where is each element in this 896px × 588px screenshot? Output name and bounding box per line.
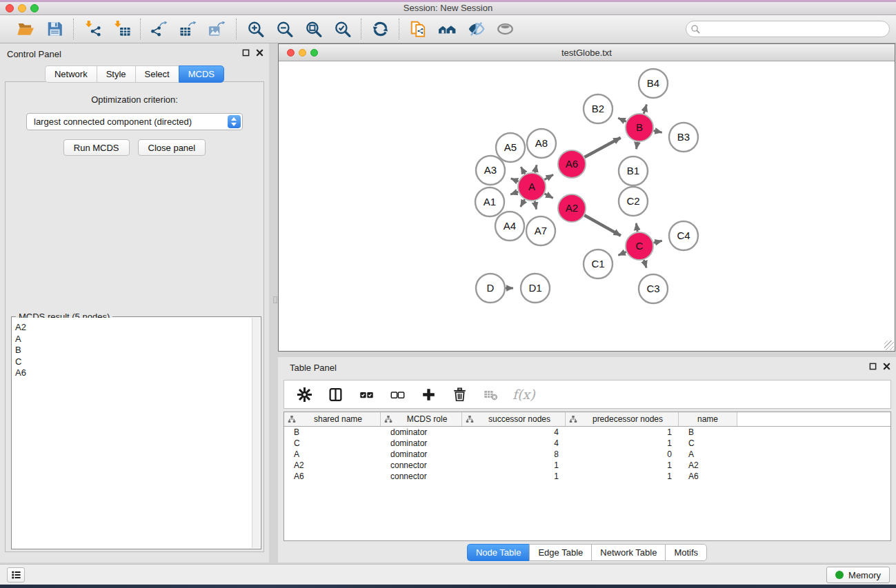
zoom-out-button[interactable] xyxy=(274,19,295,39)
close-panel-button[interactable]: Close panel xyxy=(138,139,206,156)
edge-A2-C[interactable] xyxy=(584,215,621,236)
table-row[interactable]: Adominator80A xyxy=(284,449,890,460)
node-A4[interactable]: A4 xyxy=(495,212,524,241)
table-panel-float-button[interactable] xyxy=(869,363,877,370)
edge-B-B4[interactable] xyxy=(644,105,646,114)
tab-network[interactable]: Network xyxy=(45,65,97,83)
node-A6[interactable]: A6 xyxy=(558,150,586,178)
node-A5[interactable]: A5 xyxy=(496,133,525,162)
node-A[interactable]: A xyxy=(518,173,546,201)
mcds-result-item[interactable]: A6 xyxy=(12,367,252,379)
edge-A-A7[interactable] xyxy=(535,201,536,210)
zoom-in-button[interactable] xyxy=(245,19,266,39)
table-row[interactable]: A6connector11A6 xyxy=(284,471,890,482)
edge-C-C2[interactable] xyxy=(636,223,637,232)
edge-B-B3[interactable] xyxy=(654,130,662,132)
edge-C-C1[interactable] xyxy=(618,252,626,255)
node-B1[interactable]: B1 xyxy=(619,156,648,185)
edge-B-B1[interactable] xyxy=(637,142,638,150)
tab-style[interactable]: Style xyxy=(97,65,135,83)
delete-button[interactable] xyxy=(450,385,468,403)
node-C[interactable]: C xyxy=(626,232,653,260)
mcds-result-item[interactable]: A xyxy=(12,334,252,345)
node-B[interactable]: B xyxy=(626,114,653,141)
mcds-result-item[interactable]: B xyxy=(12,345,252,356)
run-mcds-button[interactable]: Run MCDS xyxy=(63,139,130,156)
session-search-input[interactable] xyxy=(686,21,890,37)
tab-motifs[interactable]: Motifs xyxy=(665,544,707,561)
edge-C-C3[interactable] xyxy=(644,260,646,268)
clone-network-button[interactable] xyxy=(408,19,428,39)
tab-mcds[interactable]: MCDS xyxy=(179,65,224,83)
tab-network-table[interactable]: Network Table xyxy=(591,544,665,561)
mcds-result-item[interactable]: C xyxy=(12,356,252,368)
table-panel-close-button[interactable] xyxy=(883,363,890,370)
table-settings-button[interactable] xyxy=(295,385,313,403)
column-header-predecessor-nodes[interactable]: predecessor nodes xyxy=(566,412,679,426)
node-C2[interactable]: C2 xyxy=(619,187,648,216)
node-B2[interactable]: B2 xyxy=(584,94,613,123)
show-panels-button[interactable] xyxy=(7,567,25,582)
edge-A-A8[interactable] xyxy=(535,165,537,172)
deselect-all-button[interactable] xyxy=(388,385,406,403)
tab-node-table[interactable]: Node Table xyxy=(467,544,530,561)
save-session-button[interactable] xyxy=(44,19,65,39)
memory-button[interactable]: Memory xyxy=(826,567,890,583)
edge-A-A6[interactable] xyxy=(544,174,553,179)
node-C1[interactable]: C1 xyxy=(584,250,613,278)
export-image-icon xyxy=(208,20,227,38)
tab-edge-table[interactable]: Edge Table xyxy=(529,544,591,561)
export-image-button[interactable] xyxy=(207,19,228,39)
import-network-button[interactable] xyxy=(82,19,103,39)
column-header-name[interactable]: name xyxy=(679,412,737,426)
node-D1[interactable]: D1 xyxy=(521,274,550,303)
mcds-result-scrollbar[interactable] xyxy=(252,318,260,548)
edge-A6-B[interactable] xyxy=(584,138,620,157)
control-panel-close-button[interactable] xyxy=(256,49,263,57)
column-header-label: MCDS role xyxy=(392,414,461,424)
edge-B-B2[interactable] xyxy=(618,118,626,121)
table-row[interactable]: Bdominator41B xyxy=(284,427,890,438)
add-button[interactable] xyxy=(419,385,437,403)
import-table-button[interactable] xyxy=(111,19,132,39)
criterion-select[interactable]: largest connected component (directed) xyxy=(26,113,243,130)
splitter-handle[interactable] xyxy=(273,296,277,303)
edge-A-A3[interactable] xyxy=(511,179,519,181)
control-panel-float-button[interactable] xyxy=(242,49,250,57)
node-A7[interactable]: A7 xyxy=(526,216,555,245)
show-columns-button[interactable] xyxy=(326,385,344,403)
open-session-button[interactable] xyxy=(15,19,36,39)
select-all-button[interactable] xyxy=(357,385,375,403)
zoom-selected-button[interactable] xyxy=(332,19,352,39)
node-B4[interactable]: B4 xyxy=(639,69,668,98)
node-B3[interactable]: B3 xyxy=(669,123,698,152)
window-resize-grip[interactable] xyxy=(884,341,894,350)
edge-A-A2[interactable] xyxy=(545,194,553,198)
export-table-button[interactable] xyxy=(178,19,199,39)
node-A1[interactable]: A1 xyxy=(475,187,504,216)
mcds-result-item[interactable]: A2 xyxy=(12,322,252,334)
zoom-fit-button[interactable] xyxy=(303,19,323,39)
first-neighbors-button[interactable] xyxy=(437,19,457,39)
node-A2[interactable]: A2 xyxy=(558,194,586,222)
node-A8[interactable]: A8 xyxy=(527,129,556,158)
refresh-button[interactable] xyxy=(370,19,390,39)
node-C3[interactable]: C3 xyxy=(639,274,668,303)
node-C4[interactable]: C4 xyxy=(669,221,698,250)
edge-A-A1[interactable] xyxy=(510,192,518,194)
node-D[interactable]: D xyxy=(476,274,505,303)
hide-selected-button[interactable] xyxy=(466,19,486,39)
table-row[interactable]: Cdominator41C xyxy=(284,438,890,449)
edge-A-A4[interactable] xyxy=(521,199,525,207)
column-header-shared-name[interactable]: shared name xyxy=(284,412,381,426)
show-all-button[interactable] xyxy=(495,19,515,39)
node-A3[interactable]: A3 xyxy=(476,156,505,185)
network-canvas[interactable]: B4B2BB3A8A5A6A3B1AC2A1A2A4A7C4CC1C3DD1 xyxy=(279,61,895,351)
tab-select[interactable]: Select xyxy=(135,65,179,83)
edge-A-A5[interactable] xyxy=(521,167,525,174)
table-row[interactable]: A2connector11A2 xyxy=(284,460,890,471)
column-header-MCDS-role[interactable]: MCDS role xyxy=(381,412,462,426)
export-network-button[interactable] xyxy=(149,19,170,39)
column-header-successor-nodes[interactable]: successor nodes xyxy=(462,412,566,426)
edge-C-C4[interactable] xyxy=(653,241,661,243)
